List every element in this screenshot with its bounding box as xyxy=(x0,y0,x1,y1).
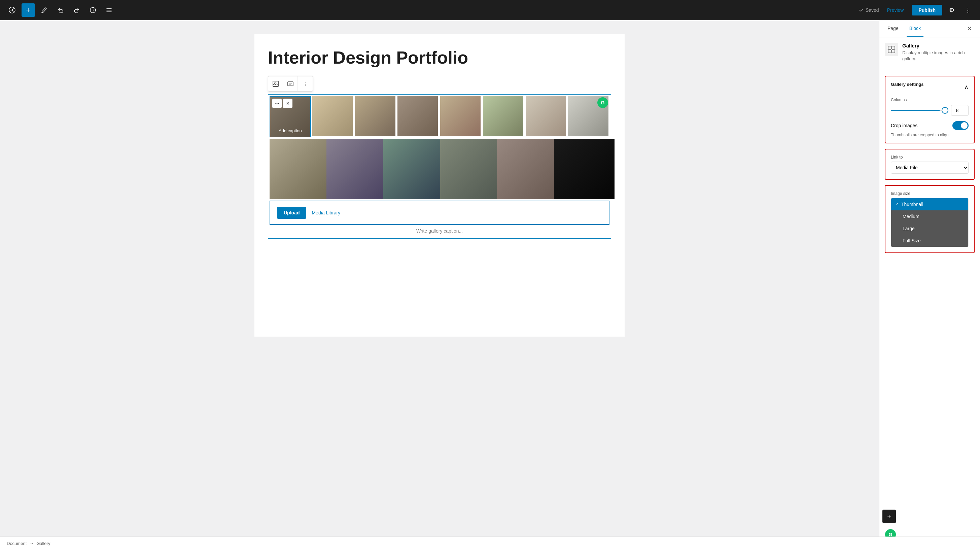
crop-images-section: Crop images Thumbnails are cropped to al… xyxy=(891,121,969,137)
link-to-select[interactable]: Media File Attachment Page None xyxy=(891,161,969,174)
upload-button[interactable]: Upload xyxy=(277,207,306,219)
toolbar: + i Saved Preview xyxy=(0,0,980,20)
block-toolbar: ⋮ xyxy=(268,76,313,92)
columns-control: Columns 8 xyxy=(891,97,969,116)
gallery-caption-input[interactable] xyxy=(270,225,609,237)
breadcrumb-document[interactable]: Document xyxy=(7,541,27,546)
edit-button[interactable] xyxy=(38,3,51,17)
gallery-row-1: ✏ ✕ Add caption xyxy=(270,96,609,137)
breadcrumb-gallery[interactable]: Gallery xyxy=(37,541,50,546)
text-block-button[interactable] xyxy=(283,77,298,91)
gallery-item-5[interactable] xyxy=(440,96,480,136)
gallery-item-13[interactable] xyxy=(497,139,558,199)
right-sidebar: Page Block ✕ Gallery Display multiple im… xyxy=(879,20,980,550)
columns-slider[interactable] xyxy=(891,110,948,111)
preview-button[interactable]: Preview xyxy=(882,5,909,16)
svg-rect-14 xyxy=(892,50,895,53)
gallery-row-2 xyxy=(270,139,609,199)
more-options-button[interactable]: ⋮ xyxy=(961,3,975,17)
add-caption-label[interactable]: Add caption xyxy=(270,128,310,133)
sidebar-content: Gallery Display multiple images in a ric… xyxy=(880,37,980,264)
svg-rect-6 xyxy=(273,81,278,86)
page-content: Interior Design Portfolio xyxy=(255,33,625,336)
gallery-item-6[interactable] xyxy=(483,96,523,136)
full-size-label: Full Size xyxy=(903,238,921,243)
block-info: Gallery Display multiple images in a ric… xyxy=(885,43,975,69)
remove-image-button[interactable]: ✕ xyxy=(283,99,293,108)
image-size-full[interactable]: Full Size xyxy=(891,234,968,247)
media-library-button[interactable]: Media Library xyxy=(312,210,340,215)
undo-button[interactable] xyxy=(54,3,67,17)
upload-bar: Upload Media Library xyxy=(270,201,609,225)
gallery-item-actions: ✏ ✕ xyxy=(272,99,293,108)
svg-point-7 xyxy=(274,82,275,83)
svg-text:i: i xyxy=(93,8,94,12)
medium-label: Medium xyxy=(903,214,920,219)
gallery-item-4[interactable] xyxy=(398,96,438,136)
crop-images-toggle[interactable] xyxy=(952,121,969,130)
saved-status: Saved xyxy=(859,7,879,13)
tab-block[interactable]: Block xyxy=(907,20,923,37)
svg-rect-13 xyxy=(888,50,891,53)
gallery-item-14[interactable] xyxy=(554,139,614,199)
wp-logo[interactable] xyxy=(5,3,19,17)
large-label: Large xyxy=(903,226,915,231)
image-size-dropdown: ✓ Thumbnail Medium Large Full Size xyxy=(891,198,969,247)
tab-page[interactable]: Page xyxy=(885,20,901,37)
gallery-item-7[interactable] xyxy=(526,96,566,136)
edit-image-button[interactable]: ✏ xyxy=(272,99,282,108)
image-size-label: Image size xyxy=(891,191,969,196)
block-icon xyxy=(885,43,898,56)
page-title[interactable]: Interior Design Portfolio xyxy=(268,47,611,68)
svg-rect-11 xyxy=(888,46,891,49)
image-size-thumbnail[interactable]: ✓ Thumbnail xyxy=(891,198,968,210)
gallery-block: G ✏ ✕ Add caption xyxy=(268,94,611,239)
gallery-item-9[interactable] xyxy=(270,139,330,199)
link-to-label: Link to xyxy=(891,155,969,159)
editor-area: Interior Design Portfolio xyxy=(0,20,879,550)
thumbnail-label: Thumbnail xyxy=(901,202,923,207)
image-size-medium[interactable]: Medium xyxy=(891,210,968,223)
columns-input[interactable]: 8 xyxy=(951,105,969,116)
gallery-item-12[interactable] xyxy=(440,139,501,199)
link-to-section: Link to Media File Attachment Page None xyxy=(885,149,975,180)
block-name: Gallery xyxy=(902,43,975,48)
block-description: Display multiple images in a rich galler… xyxy=(902,50,975,62)
add-block-button[interactable]: + xyxy=(22,3,35,17)
image-size-large[interactable]: Large xyxy=(891,223,968,234)
sidebar-tabs: Page Block ✕ xyxy=(880,20,980,37)
breadcrumb-arrow: → xyxy=(29,541,33,546)
gallery-item-1[interactable]: ✏ ✕ Add caption xyxy=(270,96,311,137)
check-icon: ✓ xyxy=(895,202,899,207)
svg-rect-8 xyxy=(288,82,293,86)
image-block-button[interactable] xyxy=(268,77,283,91)
svg-rect-12 xyxy=(892,46,895,49)
sidebar-close-button[interactable]: ✕ xyxy=(964,23,975,34)
crop-images-label: Crop images xyxy=(891,123,917,128)
crop-hint: Thumbnails are cropped to align. xyxy=(891,132,969,137)
list-view-button[interactable] xyxy=(102,3,116,17)
settings-button[interactable]: ⚙ xyxy=(945,3,958,17)
block-info-text: Gallery Display multiple images in a ric… xyxy=(902,43,975,62)
image-size-section: Image size ✓ Thumbnail Medium Large xyxy=(885,185,975,253)
main-layout: Interior Design Portfolio xyxy=(0,20,980,550)
gallery-settings-title: Gallery settings xyxy=(891,82,924,87)
gallery-item-3[interactable] xyxy=(355,96,395,136)
gallery-item-2[interactable] xyxy=(312,96,353,136)
publish-button[interactable]: Publish xyxy=(912,5,942,16)
columns-label: Columns xyxy=(891,97,969,102)
details-button[interactable]: i xyxy=(86,3,100,17)
redo-button[interactable] xyxy=(70,3,83,17)
gallery-item-11[interactable] xyxy=(383,139,444,199)
collapse-icon[interactable]: ∧ xyxy=(964,83,969,91)
gallery-item-10[interactable] xyxy=(326,139,387,199)
gallery-settings-section: Gallery settings ∧ Columns 8 Crop images xyxy=(885,76,975,143)
breadcrumb: Document → Gallery xyxy=(0,537,980,550)
more-block-options-button[interactable]: ⋮ xyxy=(298,77,313,91)
